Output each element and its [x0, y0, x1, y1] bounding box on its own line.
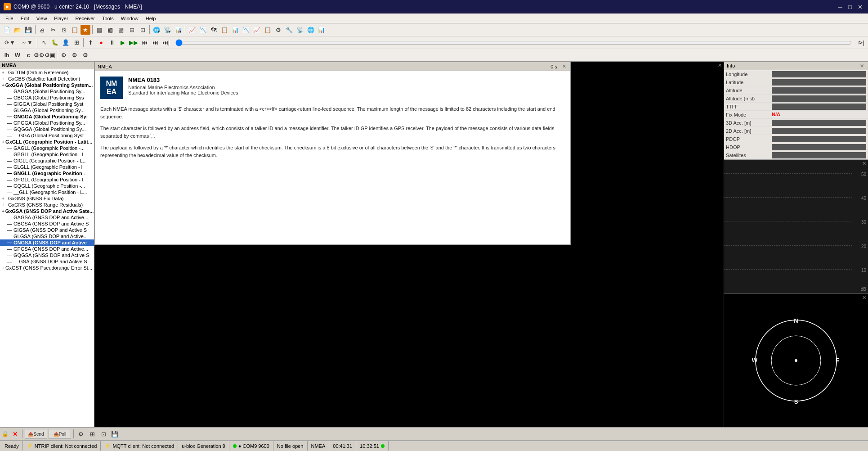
- tree-item-gqgll[interactable]: — GQGLL (Geographic Position -...: [0, 183, 94, 189]
- tb-new[interactable]: 📄: [2, 25, 12, 35]
- tb-settings1[interactable]: ⚙⚙: [34, 50, 44, 60]
- menu-file[interactable]: File: [2, 15, 17, 22]
- tree-item-gxgbs[interactable]: + GxGBS (Satellite fault Detection): [0, 76, 94, 82]
- tree-item-gxgst[interactable]: + GxGST (GNSS Pseudorange Error St...: [0, 265, 94, 271]
- tb-pause[interactable]: ⏸: [107, 38, 117, 48]
- tb-filter-btn[interactable]: ⊞: [87, 429, 97, 439]
- info-close-button[interactable]: ✕: [859, 63, 865, 69]
- tree-item-gpgga[interactable]: — GPGGA (Global Positioning Sy...: [0, 120, 94, 126]
- tb-gear2[interactable]: ⚙: [70, 50, 80, 60]
- tb-special1[interactable]: ★: [81, 25, 90, 35]
- tb-b10[interactable]: 📉: [198, 25, 208, 35]
- tree-item-gxdtm[interactable]: + GxDTM (Datum Reference): [0, 69, 94, 76]
- tree-item-gngsa[interactable]: — GNGSA (GNSS DOP and Active: [0, 239, 94, 246]
- tb-gear3[interactable]: ⚙: [81, 50, 90, 60]
- tree-item-gll[interactable]: — __GLL (Geographic Position - L...: [0, 189, 94, 195]
- menu-view[interactable]: View: [33, 15, 51, 22]
- tb-cursor[interactable]: ↖: [39, 38, 49, 48]
- tb-person[interactable]: 👤: [61, 38, 71, 48]
- tree-item-gigga[interactable]: — GIGGA (Global Positioning Syst: [0, 101, 94, 107]
- tb-grid[interactable]: ⊞: [72, 38, 81, 48]
- tree-item-gxgga[interactable]: + GxGGA (Global Positioning System...: [0, 82, 94, 88]
- tb-b6[interactable]: 🌐▼: [152, 25, 161, 35]
- minimize-button[interactable]: ─: [836, 2, 845, 11]
- tb-b9[interactable]: 📈: [187, 25, 197, 35]
- tb-b3[interactable]: ▨: [116, 25, 126, 35]
- tb-end[interactable]: ⏭|: [161, 38, 171, 48]
- tb-b19[interactable]: 📡: [295, 25, 305, 35]
- tb-open[interactable]: 📂: [13, 25, 22, 35]
- menu-window[interactable]: Window: [117, 15, 142, 22]
- tb-settings2[interactable]: ⚙▣: [45, 50, 55, 60]
- tb-step[interactable]: ⏭: [150, 38, 160, 48]
- menu-help[interactable]: Help: [142, 15, 160, 22]
- tb-b7[interactable]: 📡▼: [162, 25, 172, 35]
- tree-item-gga[interactable]: — __GGA (Global Positioning Syst: [0, 132, 94, 139]
- tree-item-gngga[interactable]: — GNGGA (Global Positioning Sy:: [0, 113, 94, 120]
- tb-poll-btn[interactable]: 📥 Poll: [49, 429, 71, 439]
- tree-item-glgll[interactable]: — GLGLL (Geographic Position - l: [0, 164, 94, 170]
- tb-cut[interactable]: ✂: [48, 25, 58, 35]
- tb-b18[interactable]: 🔧: [284, 25, 294, 35]
- tree-item-gqgsa[interactable]: — GQGSA (GNSS DOP and Active S: [0, 252, 94, 258]
- tree-item-gpgsa[interactable]: — GPGSA (GNSS DOP and Active...: [0, 246, 94, 252]
- tb-save-group[interactable]: 💾▼: [23, 25, 33, 35]
- tb-b4[interactable]: ⊞: [127, 25, 137, 35]
- tb-w[interactable]: W: [13, 50, 22, 60]
- close-button[interactable]: ✕: [855, 2, 864, 11]
- tree-item-gsa[interactable]: — __GSA (GNSS DOP and Active S: [0, 258, 94, 265]
- tree-item-gbgsa[interactable]: — GBGSA (GNSS DOP and Active S: [0, 221, 94, 227]
- maximize-button[interactable]: □: [846, 2, 855, 11]
- tb-b13[interactable]: 📊: [230, 25, 240, 35]
- tree-item-glgga[interactable]: — GLGGA (Global Positioning Sy...: [0, 107, 94, 113]
- menu-edit[interactable]: Edit: [17, 15, 33, 22]
- tb-paste[interactable]: 📋: [70, 25, 80, 35]
- nmea-close-button[interactable]: ✕: [561, 63, 568, 69]
- tb-b14[interactable]: 📉: [241, 25, 251, 35]
- tb-b15[interactable]: 📈: [252, 25, 262, 35]
- tb-gear1[interactable]: ⚙: [59, 50, 69, 60]
- tb-copy[interactable]: ⎘: [59, 25, 69, 35]
- tb-up-arrow[interactable]: ⬆: [85, 38, 95, 48]
- tb-connection-dropdown[interactable]: ⟳▼: [2, 38, 18, 48]
- tree-item-gigll[interactable]: — GIGLL (Geographic Position - L...: [0, 158, 94, 164]
- tree-item-gxgrs[interactable]: + GxGRS (GNSS Range Residuals): [0, 202, 94, 208]
- tb-send-btn[interactable]: 📤 Send: [25, 429, 47, 439]
- tb-record[interactable]: ●: [96, 38, 106, 48]
- tb-settings-btn[interactable]: ⚙: [76, 429, 86, 439]
- tb-ih[interactable]: Ih: [2, 50, 12, 60]
- tree-item-gxgsa[interactable]: + GxGSA (GNSS DOP and Active Sate...: [0, 208, 94, 214]
- tree-item-glgsa[interactable]: — GLGSA (GNSS DOP and Active...: [0, 233, 94, 239]
- tb-b16[interactable]: 📋: [263, 25, 273, 35]
- tree-item-gigsa[interactable]: — GIGSA (GNSS DOP and Active S: [0, 227, 94, 233]
- tb-c[interactable]: c: [23, 50, 33, 60]
- tree-item-gagga[interactable]: — GAGGA (Global Positioning Sy...: [0, 88, 94, 95]
- tb-bug[interactable]: 🐛: [50, 38, 60, 48]
- tb-b11[interactable]: 🗺: [209, 25, 219, 35]
- tb-b12[interactable]: 📋: [219, 25, 229, 35]
- tb-play[interactable]: ▶: [118, 38, 128, 48]
- tree-item-gagsa[interactable]: — GAGSA (GNSS DOP and Active...: [0, 214, 94, 221]
- tree-item-gpgll[interactable]: — GPGLL (Geographic Position - l: [0, 176, 94, 183]
- tb-b20[interactable]: 🌐: [306, 25, 316, 35]
- tb-end2[interactable]: ⊳|: [856, 38, 866, 48]
- tb-b21[interactable]: 📊: [317, 25, 327, 35]
- compass-panel-close[interactable]: ✕: [862, 295, 866, 301]
- map-close-button[interactable]: ✕: [718, 63, 722, 68]
- tree-item-gbgga[interactable]: — GBGGA (Global Positioning Sys: [0, 95, 94, 101]
- tb-red-x[interactable]: ✕: [10, 429, 20, 439]
- tree-item-gxgll[interactable]: + GxGLL (Geographic Position - Latit...: [0, 139, 94, 145]
- tb-b1[interactable]: ▦: [94, 25, 104, 35]
- menu-tools[interactable]: Tools: [98, 15, 117, 22]
- tree-item-gngll[interactable]: — GNGLL (Geographic Position -: [0, 170, 94, 176]
- tree-item-gxgns[interactable]: + GxGNS (GNSS Fix Data): [0, 195, 94, 202]
- playback-slider[interactable]: [175, 39, 852, 46]
- tree-item-gbgll[interactable]: — GBGLL (Geographic Position - l: [0, 151, 94, 158]
- tb-b2[interactable]: ▩: [105, 25, 115, 35]
- menu-receiver[interactable]: Receiver: [72, 15, 98, 22]
- tree-item-gqgga[interactable]: — GQGGA (Global Positioning Sy...: [0, 126, 94, 132]
- tb-clear-btn[interactable]: ⊡: [98, 429, 108, 439]
- signal-panel-close[interactable]: ✕: [862, 161, 866, 167]
- tree-item-gagll[interactable]: — GAGLL (Geographic Position -...: [0, 145, 94, 151]
- tb-b8[interactable]: 📊▼: [173, 25, 183, 35]
